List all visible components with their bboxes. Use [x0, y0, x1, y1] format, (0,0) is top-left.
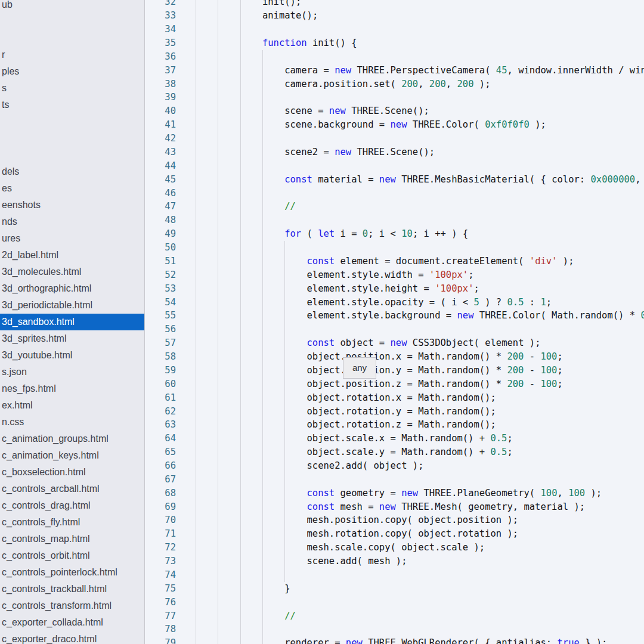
code-line: 49for ( let i = 0; i < 10; i ++ ) {: [145, 227, 644, 241]
code-line: 47//: [145, 200, 644, 213]
file-item[interactable]: c_controls_orbit.html: [0, 547, 144, 564]
file-item[interactable]: ts: [0, 97, 144, 113]
line-number: 68: [145, 487, 176, 500]
file-item[interactable]: [0, 130, 144, 147]
line-number: 65: [145, 445, 176, 459]
code-line: 39: [145, 91, 644, 104]
file-item[interactable]: es: [0, 180, 144, 197]
code-text: scene2 = new THREE.Scene();: [284, 145, 435, 159]
code-line: 60object.position.z = Math.random() * 20…: [145, 377, 644, 391]
code-line: 66scene2.add( object );: [145, 459, 644, 473]
file-item[interactable]: c_exporter_collada.html: [0, 614, 144, 631]
file-item[interactable]: c_animation_keys.html: [0, 447, 144, 464]
file-item[interactable]: 3d_youtube.html: [0, 347, 144, 364]
file-item[interactable]: 3d_periodictable.html: [0, 297, 144, 314]
file-item[interactable]: [0, 13, 144, 30]
file-item[interactable]: nds: [0, 213, 144, 230]
file-item[interactable]: c_controls_drag.html: [0, 497, 144, 514]
file-item[interactable]: 3d_sprites.html: [0, 330, 144, 347]
file-item[interactable]: c_controls_transform.html: [0, 597, 144, 614]
file-item-label: c_controls_drag.html: [2, 500, 91, 510]
file-item-label: eenshots: [2, 200, 41, 210]
file-item[interactable]: c_controls_trackball.html: [0, 581, 144, 597]
line-number: 75: [145, 582, 176, 596]
file-item-label: 3d_youtube.html: [2, 350, 72, 360]
code-line: 35function init() {: [145, 36, 644, 50]
line-number: 33: [145, 9, 176, 23]
file-item-label: s.json: [2, 367, 27, 377]
file-item[interactable]: c_animation_groups.html: [0, 431, 144, 447]
code-text: scene2.add( object );: [307, 459, 424, 473]
file-item[interactable]: n.css: [0, 414, 144, 431]
code-text: //: [284, 200, 296, 213]
line-number: 44: [145, 159, 176, 173]
line-number: 59: [145, 364, 176, 377]
file-item[interactable]: 2d_label.html: [0, 247, 144, 264]
file-item-selected[interactable]: 3d_sandbox.html: [0, 314, 144, 330]
code-line: 62object.rotation.y = Math.random();: [145, 405, 644, 419]
code-text: camera.position.set( 200, 200, 200 );: [284, 78, 490, 91]
code-text: object.scale.x = Math.random() + 0.5;: [307, 432, 513, 445]
file-item[interactable]: c_exporter_draco.html: [0, 631, 144, 644]
file-item-label: c_controls_map.html: [2, 534, 90, 544]
code-text: object.rotation.x = Math.random();: [307, 391, 496, 405]
file-item[interactable]: s.json: [0, 364, 144, 380]
line-number: 61: [145, 391, 176, 405]
code-line: 50: [145, 241, 644, 255]
code-text: object.scale.y = Math.random() + 0.5;: [307, 445, 513, 459]
line-number: 67: [145, 473, 176, 487]
file-item[interactable]: c_controls_arcball.html: [0, 481, 144, 497]
line-number: 43: [145, 145, 176, 159]
file-item-label: c_controls_pointerlock.html: [2, 567, 117, 577]
file-item-label: c_exporter_collada.html: [2, 617, 103, 627]
file-item[interactable]: 3d_orthographic.html: [0, 280, 144, 297]
code-line: 74: [145, 568, 644, 582]
file-item-label: n.css: [2, 417, 24, 427]
code-text: //: [284, 609, 296, 623]
code-editor[interactable]: 32init();33animate();3435function init()…: [145, 0, 644, 644]
code-line: 78: [145, 623, 644, 636]
file-item[interactable]: c_boxselection.html: [0, 464, 144, 481]
code-line: 38camera.position.set( 200, 200, 200 );: [145, 78, 644, 91]
file-item[interactable]: ex.html: [0, 397, 144, 414]
file-item[interactable]: [0, 113, 144, 130]
file-item[interactable]: eenshots: [0, 197, 144, 213]
code-line: 45const material = new THREE.MeshBasicMa…: [145, 173, 644, 187]
code-line: 53element.style.height = '100px';: [145, 282, 644, 296]
line-number: 51: [145, 255, 176, 268]
file-item-label: c_controls_orbit.html: [2, 550, 90, 561]
file-item[interactable]: [0, 147, 144, 163]
file-item-label: r: [2, 49, 5, 60]
file-item-label: c_controls_transform.html: [2, 600, 112, 611]
file-item[interactable]: r: [0, 47, 144, 63]
file-item[interactable]: 3d_molecules.html: [0, 264, 144, 280]
file-item[interactable]: ples: [0, 63, 144, 80]
line-number: 58: [145, 350, 176, 364]
file-item-label: c_animation_groups.html: [2, 434, 109, 444]
file-item[interactable]: nes_fps.html: [0, 380, 144, 397]
line-number: 41: [145, 118, 176, 132]
line-number: 40: [145, 104, 176, 118]
line-number: 42: [145, 132, 176, 145]
file-item[interactable]: c_controls_fly.html: [0, 514, 144, 531]
file-item[interactable]: c_controls_map.html: [0, 531, 144, 547]
file-item[interactable]: s: [0, 80, 144, 97]
code-text: renderer = new THREE.WebGLRenderer( { an…: [284, 636, 607, 644]
file-item[interactable]: dels: [0, 163, 144, 180]
line-number: 45: [145, 173, 176, 187]
file-item[interactable]: c_controls_pointerlock.html: [0, 564, 144, 581]
file-item[interactable]: [0, 30, 144, 47]
code-line: 64object.scale.x = Math.random() + 0.5;: [145, 432, 644, 445]
code-line: 67: [145, 473, 644, 487]
file-item[interactable]: ures: [0, 230, 144, 247]
line-number: 74: [145, 568, 176, 582]
file-item-label: nes_fps.html: [2, 383, 56, 394]
line-number: 34: [145, 23, 176, 36]
code-line: 52element.style.width = '100px';: [145, 268, 644, 282]
code-text: scene.add( mesh );: [307, 555, 407, 568]
file-item[interactable]: ub: [0, 0, 144, 13]
line-number: 35: [145, 36, 176, 50]
file-item-label: c_boxselection.html: [2, 467, 86, 477]
line-number: 55: [145, 309, 176, 323]
line-number: 60: [145, 377, 176, 391]
